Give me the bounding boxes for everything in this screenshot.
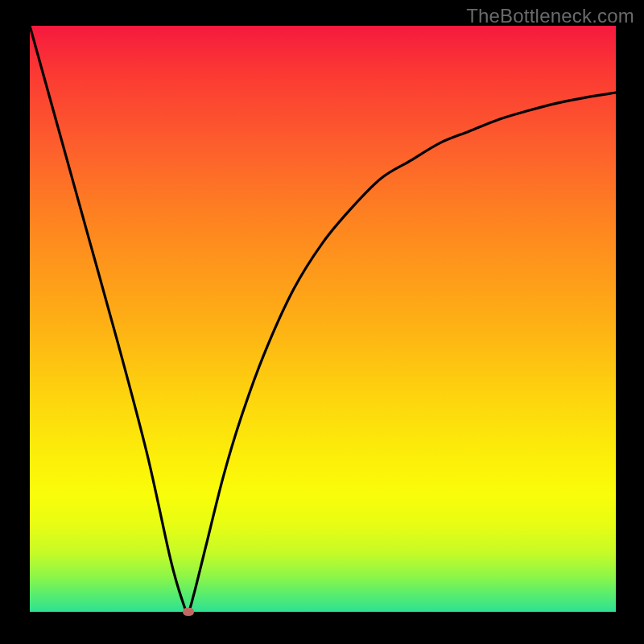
watermark-text: TheBottleneck.com [466, 5, 634, 27]
chart-container: TheBottleneck.com [0, 0, 644, 644]
curve-path [30, 26, 616, 612]
minimum-marker [183, 608, 194, 616]
plot-area [30, 26, 616, 612]
curve-svg [30, 26, 616, 612]
